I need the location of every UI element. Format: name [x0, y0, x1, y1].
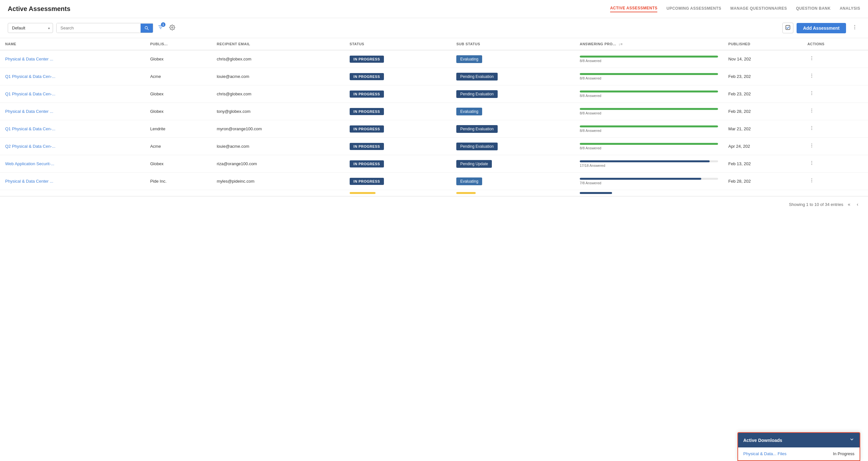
row-actions-button[interactable]	[807, 142, 816, 150]
settings-button[interactable]	[168, 23, 177, 33]
progress-container: 8/8 Answered	[580, 73, 718, 80]
progress-label: 8/8 Answered	[580, 111, 718, 115]
table-row: Q1 Physical & Data Cen-... Acme louie@ac…	[0, 68, 868, 85]
row-actions-button[interactable]	[807, 177, 816, 185]
svg-point-26	[811, 145, 812, 146]
col-status: STATUS	[344, 38, 451, 50]
search-input[interactable]	[57, 23, 141, 33]
first-page-button[interactable]: «	[846, 201, 852, 208]
published-cell: Feb 23, 202	[723, 68, 802, 85]
progress-fill	[580, 56, 718, 58]
svg-point-33	[811, 182, 812, 182]
progress-cell: 8/8 Answered	[575, 103, 723, 120]
view-select[interactable]: Default	[8, 23, 53, 33]
assessment-name-link[interactable]: Q2 Physical & Data Cen-...	[5, 144, 55, 149]
search-wrapper	[56, 23, 153, 33]
progress-container: 8/8 Answered	[580, 125, 718, 132]
publisher-cell: Acme	[145, 68, 212, 85]
assessment-name-link[interactable]: Physical & Data Center ...	[5, 109, 53, 114]
svg-point-21	[811, 112, 812, 113]
status-cell: IN PROGRESS	[344, 50, 451, 68]
row-actions-button[interactable]	[807, 90, 816, 98]
col-published: PUBLISHED	[723, 38, 802, 50]
more-options-button[interactable]	[849, 23, 860, 33]
col-actions: ACTIONS	[802, 38, 868, 50]
progress-label: 8/8 Answered	[580, 129, 718, 132]
publisher-cell: Acme	[145, 138, 212, 155]
status-badge: IN PROGRESS	[350, 143, 384, 150]
assessment-name-link[interactable]: Q1 Physical & Data Cen-...	[5, 126, 55, 131]
progress-container: 8/8 Answered	[580, 56, 718, 63]
table-row: Physical & Data Center ... Globex tony@g…	[0, 103, 868, 120]
email-cell: louie@acme.com	[212, 68, 344, 85]
status-badge: IN PROGRESS	[350, 125, 384, 132]
status-badge: IN PROGRESS	[350, 160, 384, 167]
checkbox-icon	[785, 25, 790, 30]
download-item-name[interactable]: Physical & Data... Files	[743, 451, 786, 456]
assessment-name-link[interactable]: Physical & Data Center ...	[5, 179, 53, 184]
add-assessment-button[interactable]: Add Assessment	[797, 23, 846, 33]
assessment-name-link[interactable]: Physical & Data Center ...	[5, 57, 53, 61]
email-cell: myron@orange100.com	[212, 120, 344, 138]
prev-page-button[interactable]: ‹	[855, 201, 860, 208]
actions-cell	[802, 120, 868, 138]
nav-tab-active[interactable]: ACTIVE ASSESSMENTS	[610, 6, 658, 12]
svg-point-23	[811, 128, 812, 128]
assessment-name-link[interactable]: Web Application Securit-...	[5, 161, 54, 166]
nav-tab-upcoming[interactable]: UPCOMING ASSESSMENTS	[666, 6, 721, 12]
ellipsis-vertical-icon	[809, 91, 814, 96]
col-name: NAME	[0, 38, 145, 50]
downloads-toggle-button[interactable]	[849, 437, 855, 443]
progress-cell: 8/8 Answered	[575, 68, 723, 85]
published-cell: Apr 24, 202	[723, 138, 802, 155]
search-button[interactable]	[141, 24, 153, 33]
published-cell: Feb 28, 202	[723, 103, 802, 120]
progress-track	[580, 143, 718, 145]
table-row: Physical & Data Center ... Globex chris@…	[0, 50, 868, 68]
status-badge: IN PROGRESS	[350, 108, 384, 115]
view-select-wrapper: Default ▾	[8, 23, 53, 33]
actions-cell	[802, 138, 868, 155]
assessment-name-link[interactable]: Q1 Physical & Data Cen-...	[5, 74, 55, 79]
svg-point-20	[811, 110, 812, 111]
status-cell: IN PROGRESS	[344, 103, 451, 120]
search-icon	[145, 26, 149, 30]
progress-cell: 8/8 Answered	[575, 50, 723, 68]
partial-actions	[802, 190, 868, 196]
row-actions-button[interactable]	[807, 72, 816, 81]
svg-point-9	[855, 28, 855, 29]
downloads-header: Active Downloads	[738, 433, 860, 448]
progress-label: 8/8 Answered	[580, 94, 718, 98]
progress-cell: 17/18 Answered	[575, 155, 723, 173]
row-actions-button[interactable]	[807, 125, 816, 133]
nav-tab-questionbank[interactable]: QUESTION BANK	[796, 6, 831, 12]
col-email: RECIPIENT EMAIL	[212, 38, 344, 50]
filter-button[interactable]: 1	[156, 23, 165, 33]
progress-label: 8/8 Answered	[580, 59, 718, 63]
row-actions-button[interactable]	[807, 107, 816, 115]
substatus-badge: Pending Evaluation	[456, 125, 497, 133]
select-all-button[interactable]	[782, 23, 793, 33]
ellipsis-vertical-icon	[809, 108, 814, 113]
row-actions-button[interactable]	[807, 160, 816, 168]
nav-tab-analysis[interactable]: ANALYSIS	[840, 6, 860, 12]
nav-tab-manage[interactable]: MANAGE QUESTIONNAIRES	[730, 6, 787, 12]
table-row: Q1 Physical & Data Cen-... Lendrite myro…	[0, 120, 868, 138]
progress-fill	[580, 143, 718, 145]
svg-point-17	[811, 93, 812, 93]
publisher-cell: Lendrite	[145, 120, 212, 138]
substatus-cell: Pending Evaluation	[451, 85, 575, 103]
assessment-name-link[interactable]: Q1 Physical & Data Cen-...	[5, 91, 55, 96]
svg-point-22	[811, 126, 812, 127]
table-row	[0, 190, 868, 196]
svg-point-27	[811, 147, 812, 147]
progress-container: 17/18 Answered	[580, 160, 718, 167]
row-actions-button[interactable]	[807, 55, 816, 63]
publisher-cell: Globex	[145, 50, 212, 68]
ellipsis-vertical-icon	[809, 56, 814, 61]
progress-label: 8/8 Answered	[580, 76, 718, 80]
substatus-cell: Evaluating	[451, 50, 575, 68]
partial-email	[212, 190, 344, 196]
published-cell: Feb 28, 202	[723, 173, 802, 190]
email-cell: chris@globex.com	[212, 85, 344, 103]
